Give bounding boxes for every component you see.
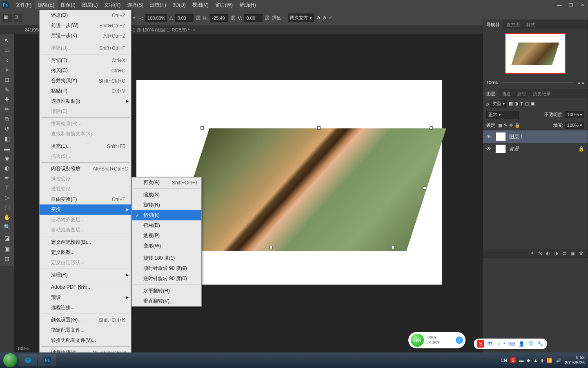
marquee-tool[interactable]: ▭	[1, 46, 13, 55]
ime-lang[interactable]: 中	[488, 341, 492, 348]
angle-input[interactable]: 0.00	[175, 14, 194, 22]
transform-handle[interactable]	[317, 126, 321, 130]
v-skew-input[interactable]: 0.00	[244, 14, 263, 22]
layer-fx-icon[interactable]: fx	[538, 251, 542, 256]
network-monitor[interactable]: 69% ↑ 0K/s ↓ 0.1K/s +	[408, 332, 466, 348]
start-button[interactable]	[3, 353, 17, 367]
move-tool[interactable]: ↖	[1, 36, 13, 45]
zoom-out-icon[interactable]: ▵	[578, 80, 580, 85]
menu-4[interactable]: 文字(Y)	[101, 0, 124, 9]
dodge-tool[interactable]: ◐	[1, 164, 13, 173]
tray-network-icon[interactable]: ▮	[541, 358, 543, 363]
tab-layers[interactable]: 图层	[483, 89, 499, 99]
menu-item[interactable]: 清理(R)	[40, 270, 131, 280]
blend-mode-select[interactable]: 正常 ▾	[486, 111, 519, 119]
menu-item[interactable]: 选择性粘贴(I)	[40, 96, 131, 106]
tray-signal-icon[interactable]: 📶	[547, 358, 552, 363]
minimize-button[interactable]: —	[554, 1, 565, 9]
pen-tool[interactable]: ✒	[1, 173, 13, 182]
net-expand-icon[interactable]: +	[456, 337, 463, 344]
hand-tool[interactable]: ✋	[1, 213, 13, 222]
layer-thumb[interactable]	[495, 132, 506, 141]
ime-moon-icon[interactable]: ☽	[496, 341, 500, 347]
tray-ime-prefix[interactable]: CH	[501, 358, 507, 363]
tray-clock[interactable]: 8:53 2015/5/26	[565, 355, 585, 366]
reference-point-icon[interactable]: ⊞	[14, 14, 22, 22]
interp-select[interactable]: 两次立方 ▾	[288, 13, 314, 22]
transform-handle[interactable]	[423, 186, 426, 190]
menu-item[interactable]: 前进一步(W)Shift+Ctrl+Z	[40, 20, 131, 31]
type-tool[interactable]: T	[1, 183, 13, 192]
tray-flag-icon[interactable]: ▬	[519, 358, 523, 363]
ime-skin-icon[interactable]: 👕	[528, 341, 534, 347]
filter-adjust-icon[interactable]: ◑	[514, 101, 519, 106]
gradient-tool[interactable]: ▬	[1, 144, 13, 153]
lock-all-icon[interactable]: 🔒	[514, 123, 520, 128]
tray-sogou-icon[interactable]: S	[510, 357, 516, 363]
healing-tool[interactable]: ✚	[1, 95, 13, 104]
menu-3[interactable]: 图层(L)	[79, 0, 101, 9]
task-browser[interactable]: 🌐	[19, 354, 37, 366]
blur-tool[interactable]: ◉	[1, 154, 13, 163]
menu-8[interactable]: 视图(V)	[189, 0, 212, 9]
delete-layer-icon[interactable]: 🗑	[579, 251, 584, 256]
eraser-tool[interactable]: ◧	[1, 134, 13, 143]
menu-item[interactable]: 后退一步(K)Alt+Ctrl+Z	[40, 31, 131, 41]
ime-toolbar[interactable]: S 中 ☽ • ⌨ 👤 👕 🔧	[474, 339, 547, 349]
path-select-tool[interactable]: ▷	[1, 193, 13, 202]
menu-item[interactable]: 变形(W)	[132, 241, 201, 251]
ime-user-icon[interactable]: 👤	[519, 341, 525, 347]
menu-item[interactable]: 内容识别缩放Alt+Shift+Ctrl+C	[40, 164, 131, 174]
filter-smart-icon[interactable]: ▣	[530, 101, 535, 106]
history-brush-tool[interactable]: ↺	[1, 124, 13, 133]
close-icon[interactable]: ×	[193, 27, 195, 32]
menu-item[interactable]: 透视(P)	[132, 231, 201, 241]
menu-item[interactable]: 合并拷贝(Y)Shift+Ctrl+C	[40, 76, 131, 86]
layer-row[interactable]: 👁背景🔒	[483, 143, 588, 155]
h-scale-input[interactable]: 100.00%	[145, 14, 167, 22]
transform-handle[interactable]	[200, 126, 204, 130]
tab-history[interactable]: 历史记录	[530, 89, 554, 99]
foreground-background-color[interactable]: ◪	[1, 232, 13, 244]
menu-item[interactable]: 拷贝(C)Ctrl+C	[40, 65, 131, 76]
menu-item[interactable]: 粘贴(P)Ctrl+V	[40, 86, 131, 96]
menu-item[interactable]: 扭曲(D)	[132, 220, 201, 231]
tray-volume-icon[interactable]: 🔊	[556, 358, 561, 363]
fill-input[interactable]: 100% ▾	[565, 122, 584, 129]
tray-safe-icon[interactable]: ◆	[527, 358, 530, 363]
lock-pixels-icon[interactable]: ✎	[504, 123, 508, 128]
maximize-button[interactable]: ❐	[565, 1, 577, 9]
link-layers-icon[interactable]: ⚭	[530, 251, 534, 256]
ime-keyboard-icon[interactable]: ⌨	[508, 341, 515, 347]
transform-origin-icon[interactable]: ▦	[3, 14, 11, 22]
filter-type-icon[interactable]: T	[520, 101, 523, 106]
tab-paths[interactable]: 路径	[514, 89, 530, 99]
adjustment-layer-icon[interactable]: ◑	[554, 251, 558, 256]
menu-item[interactable]: 剪切(T)Ctrl+X	[40, 55, 131, 65]
menu-7[interactable]: 3D(D)	[169, 0, 189, 9]
menu-item[interactable]: 定义画笔预设(B)...	[40, 237, 131, 247]
h-skew-input[interactable]: -25.49	[210, 14, 228, 22]
tab-channels[interactable]: 通道	[499, 89, 514, 99]
warp-icon[interactable]: ⊛	[316, 15, 320, 20]
layer-kind-select[interactable]: 类型 ▾	[490, 100, 507, 108]
menu-item[interactable]: 旋转(R)	[132, 200, 201, 210]
ime-settings-icon[interactable]: 🔧	[537, 341, 543, 347]
link-icon[interactable]: ⚭	[132, 15, 136, 20]
task-photoshop[interactable]: Ps	[38, 354, 56, 366]
tab-styles[interactable]: 样式	[523, 20, 539, 29]
screenmode-toggle[interactable]: ⊟	[1, 254, 13, 263]
magic-wand-tool[interactable]: ✧	[1, 65, 13, 74]
brush-tool[interactable]: ✏	[1, 105, 13, 114]
filter-pixel-icon[interactable]: ▦	[509, 101, 513, 106]
new-group-icon[interactable]: 🗀	[562, 251, 567, 256]
menu-item[interactable]: 还原(O)Ctrl+Z	[40, 10, 131, 20]
visibility-icon[interactable]: 👁	[486, 146, 492, 152]
zoom-in-icon[interactable]: ▵	[582, 80, 584, 85]
transform-handle[interactable]	[430, 126, 433, 130]
filter-shape-icon[interactable]: ▢	[525, 101, 529, 106]
cancel-transform-icon[interactable]: ⊘	[323, 15, 326, 20]
menu-item[interactable]: 颜色设置(G)...Shift+Ctrl+K	[40, 315, 131, 325]
menu-item[interactable]: 旋转 180 度(1)	[132, 253, 201, 263]
menu-10[interactable]: 帮助(H)	[236, 0, 259, 9]
